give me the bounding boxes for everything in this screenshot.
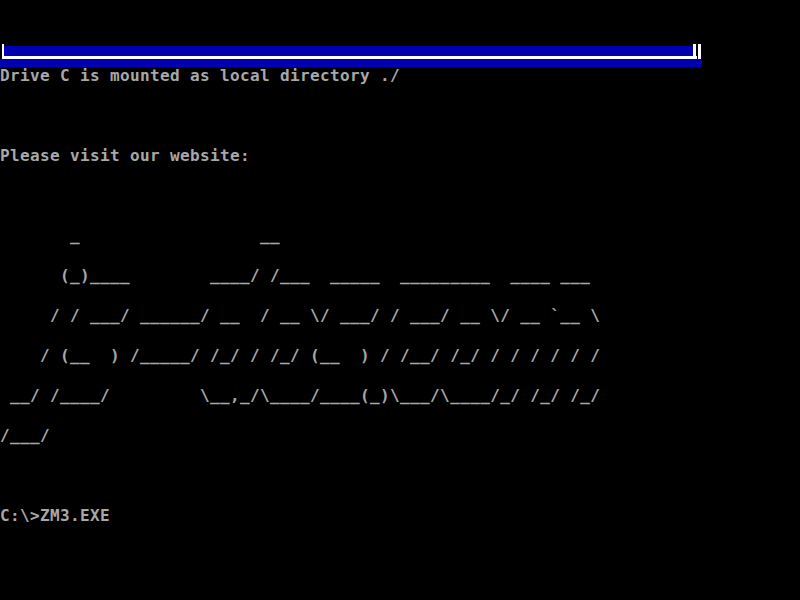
terminal-line-blank <box>0 586 610 600</box>
ascii-logo-row-4: / (__ ) /_____/ /_/ / /_/ (__ ) / /__/ /… <box>0 346 610 366</box>
ascii-logo-row-5: __/ /____/ \__,_/\____/____(_)\___/\____… <box>0 386 610 406</box>
terminal-output: Drive C is mounted as local directory ./… <box>0 66 610 600</box>
dos-screen: Drive C is mounted as local directory ./… <box>0 0 800 600</box>
ascii-logo-row-1: _ __ <box>0 226 610 246</box>
ascii-logo-row-2: (_)____ ____/ /___ _____ _________ ____ … <box>0 266 610 286</box>
terminal-line-blank <box>0 546 610 566</box>
terminal-line-blank <box>0 466 610 486</box>
ascii-logo-row-3: / / ___/ ______/ __ / __ \/ ___/ / ___/ … <box>0 306 610 326</box>
loading-bar-border-right-inner <box>693 44 696 59</box>
terminal-line-blank <box>0 106 610 126</box>
terminal-line-blank <box>0 186 610 206</box>
ascii-logo-row-6: /___/ <box>0 426 610 446</box>
terminal-line-website-message: Please visit our website: <box>0 146 610 166</box>
command-prompt-line: C:\>ZM3.EXE <box>0 506 610 526</box>
loading-bar-fill <box>4 46 693 56</box>
loading-bar-border-right-outer <box>698 44 701 59</box>
terminal-line-mount-message: Drive C is mounted as local directory ./ <box>0 66 610 86</box>
